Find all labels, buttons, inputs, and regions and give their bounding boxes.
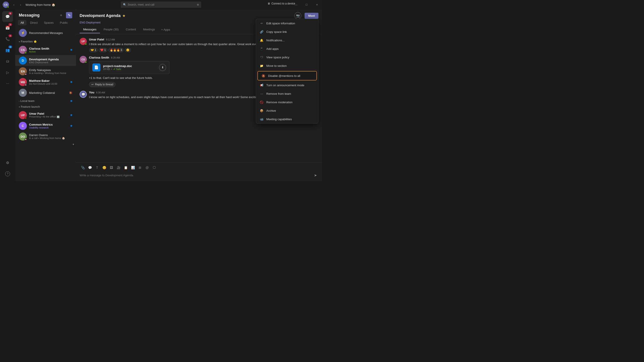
table-button[interactable]: 📋	[122, 164, 129, 171]
reaction-heart[interactable]: ❤️ 1	[98, 48, 107, 52]
emoji-button[interactable]: 😊	[101, 164, 107, 171]
tab-meetings[interactable]: Meetings	[140, 26, 158, 33]
more-button[interactable]: ⊞	[137, 164, 143, 171]
favorites-section[interactable]: ▾ Favorites ⭐	[15, 39, 76, 44]
video-button[interactable]: 🎥	[116, 164, 122, 171]
chat-item-common-metrics[interactable]: C Common Metrics Usability research	[15, 120, 76, 131]
local-team-section[interactable]: › Local team	[15, 98, 76, 104]
attach-button[interactable]: 📎	[80, 164, 86, 171]
chat-item-clarissa[interactable]: CS Clarissa Smith Active	[15, 44, 76, 55]
ctx-archive[interactable]: 📦 Archive	[256, 106, 318, 115]
common-metrics-unread	[70, 125, 72, 127]
ctx-disable-mentions[interactable]: 🔕 Disable @mentions to all	[258, 71, 317, 80]
tab-content[interactable]: Content	[122, 26, 140, 33]
title-bar: CS ‹ › Working from home 🏠 🔍 Search, mee…	[0, 0, 322, 9]
reply-thread-button[interactable]: ↩ Reply to thread	[89, 82, 116, 87]
rail-item-apps[interactable]: ▷	[2, 67, 13, 78]
back-button[interactable]: ‹	[11, 2, 16, 7]
search-bar[interactable]: 🔍 Search, meet, and call ⊕	[121, 1, 201, 8]
filter-button[interactable]: ≡	[58, 12, 64, 18]
compose-input[interactable]	[80, 173, 310, 178]
rail-item-calls[interactable]: 📞 1	[2, 33, 13, 44]
ctx-copy-link[interactable]: 🔗 Copy space link	[256, 27, 318, 36]
recommended-messages-item[interactable]: ⚡ Recommended Messages	[15, 27, 76, 39]
tab-people[interactable]: People (30)	[100, 26, 122, 33]
announcement-icon: 📢	[260, 83, 264, 87]
user-avatar[interactable]: CS	[3, 1, 9, 8]
tab-public[interactable]: Public	[57, 20, 70, 25]
channel-star[interactable]: ★	[122, 14, 126, 18]
ctx-meeting-caps[interactable]: 📹 Meeting capabilities	[256, 115, 318, 123]
calls-badge: 1	[8, 34, 12, 37]
ctx-notifications[interactable]: 🔔 Notifications...	[256, 36, 318, 44]
chat-item-dev-agenda[interactable]: D Development Agenda ENG Deployment	[15, 55, 76, 66]
darren-avatar: DO	[19, 132, 27, 141]
rail-item-settings[interactable]: ⚙	[2, 157, 13, 168]
rail-item-calendar[interactable]: 📅 1	[2, 22, 13, 33]
download-button[interactable]: ⬇	[159, 64, 166, 71]
new-chat-button[interactable]: ✎	[66, 12, 72, 18]
reaction-fire[interactable]: 🔥🔥🔥 3	[108, 48, 124, 52]
tab-spaces[interactable]: Spaces	[41, 20, 56, 25]
chat-item-darren[interactable]: DO Darren Owens In a call • Working from…	[15, 131, 76, 142]
common-metrics-avatar: C	[19, 122, 27, 130]
tab-messages[interactable]: Messages	[80, 26, 100, 33]
calendar-badge: 1	[8, 23, 12, 26]
recommended-label: Recommended Messages	[29, 31, 63, 35]
status-indicator	[7, 6, 9, 8]
tab-all[interactable]: All	[18, 20, 26, 25]
safe-badge: ✔ Safe	[113, 68, 121, 71]
ctx-add-apps[interactable]: 📱 Add apps	[256, 44, 318, 53]
image-button[interactable]: 🖼	[108, 164, 114, 171]
chat-item-matthew[interactable]: MB Matthew Baker Do Not Disturb until 16…	[15, 77, 76, 87]
emily-name: Emily Nakagawa	[29, 68, 72, 72]
mention-button[interactable]: @	[144, 164, 150, 171]
send-button[interactable]: ➤	[312, 172, 318, 178]
ctx-announcement-mode[interactable]: 📢 Turn on announcement mode	[256, 81, 318, 89]
rail-item-chat[interactable]: 💬 5	[2, 11, 13, 22]
add-button[interactable]: ⊕	[197, 3, 199, 6]
channel-subtitle[interactable]: ENG Deployment	[80, 21, 100, 24]
rail-item-files[interactable]: 🗂	[2, 56, 13, 67]
local-team-chevron: ›	[19, 100, 20, 102]
reaction-handshake[interactable]: 🤝 1	[89, 48, 98, 52]
ctx-view-policy[interactable]: 🛡 View space policy	[256, 53, 318, 61]
feature-launch-label: Feature launch	[21, 105, 72, 108]
maximize-button[interactable]: ☐	[302, 0, 312, 9]
navigation-controls: ‹ ›	[11, 2, 23, 7]
chat-item-marketing[interactable]: M Marketing Collateral 🔕	[15, 87, 76, 98]
forward-button[interactable]: ›	[18, 2, 23, 7]
minimize-button[interactable]: —	[291, 0, 302, 9]
close-button[interactable]: ✕	[312, 0, 322, 9]
rail-item-people[interactable]: 👥 1	[2, 45, 13, 55]
help-icon: ?	[5, 171, 10, 176]
ctx-remove-moderation[interactable]: 🚫 Remove moderation	[256, 98, 318, 106]
separator: •	[111, 68, 112, 70]
chat-item-emily[interactable]: EN Emily Nakagawa In a meeting • Working…	[15, 66, 76, 77]
ctx-move-section[interactable]: 📁 Move to section	[256, 61, 318, 70]
feature-launch-section[interactable]: ▾ Feature launch	[15, 104, 76, 110]
tab-add-apps[interactable]: + Apps	[158, 26, 173, 33]
filter-tabs: All Direct Spaces Public	[15, 20, 76, 25]
common-metrics-sub: Usability research	[29, 126, 68, 129]
rail-item-more[interactable]: ···	[2, 78, 13, 89]
text-button[interactable]: T	[94, 164, 100, 171]
ctx-remove-team[interactable]: — Remove from team	[256, 89, 318, 98]
chat-item-umar[interactable]: UP Umar Patel Presenting • At the office…	[15, 110, 76, 120]
format-button[interactable]: 💬	[87, 164, 93, 171]
meet-button[interactable]: Meet	[304, 13, 318, 19]
umar-online-indicator	[85, 43, 87, 45]
clarissa-avatar: CS	[19, 46, 27, 54]
chart-button[interactable]: 📊	[130, 164, 136, 171]
darren-status	[24, 138, 27, 141]
recommended-icon: ⚡	[19, 29, 27, 37]
reaction-smile[interactable]: 😊	[124, 48, 131, 52]
files-icon: 🗂	[5, 58, 10, 64]
mute-icon: 🔕	[69, 91, 72, 94]
video-call-button[interactable]: 📷	[294, 12, 302, 19]
tab-direct[interactable]: Direct	[27, 20, 40, 25]
screen-button[interactable]: 🖵	[151, 164, 158, 171]
ctx-edit-space[interactable]: ✏ Edit space information	[256, 19, 318, 27]
rail-item-help[interactable]: ?	[2, 168, 13, 179]
move-icon: 📁	[260, 64, 264, 68]
